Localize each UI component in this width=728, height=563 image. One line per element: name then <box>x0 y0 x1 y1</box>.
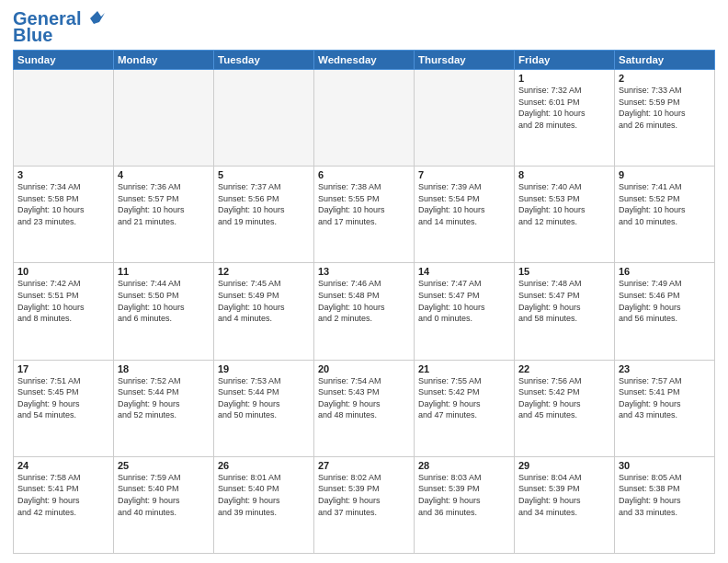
day-info: Sunrise: 8:01 AM Sunset: 5:40 PM Dayligh… <box>218 472 310 518</box>
calendar-cell: 17Sunrise: 7:51 AM Sunset: 5:45 PM Dayli… <box>14 360 114 456</box>
day-info: Sunrise: 7:41 AM Sunset: 5:52 PM Dayligh… <box>619 181 711 227</box>
calendar-week-2: 3Sunrise: 7:34 AM Sunset: 5:58 PM Daylig… <box>14 167 715 263</box>
calendar-week-3: 10Sunrise: 7:42 AM Sunset: 5:51 PM Dayli… <box>14 263 715 360</box>
day-header-friday: Friday <box>515 51 615 70</box>
day-number: 29 <box>518 460 610 471</box>
day-info: Sunrise: 7:38 AM Sunset: 5:55 PM Dayligh… <box>318 181 410 227</box>
day-number: 17 <box>17 363 109 374</box>
day-number: 5 <box>218 169 310 180</box>
day-number: 8 <box>518 169 610 180</box>
calendar-cell: 25Sunrise: 7:59 AM Sunset: 5:40 PM Dayli… <box>114 456 214 553</box>
day-info: Sunrise: 7:44 AM Sunset: 5:50 PM Dayligh… <box>118 278 210 324</box>
day-info: Sunrise: 7:34 AM Sunset: 5:58 PM Dayligh… <box>17 181 109 227</box>
day-header-monday: Monday <box>114 51 214 70</box>
day-number: 1 <box>518 73 610 84</box>
calendar-table: SundayMondayTuesdayWednesdayThursdayFrid… <box>13 50 715 554</box>
logo: General Blue <box>13 9 105 44</box>
day-number: 10 <box>17 266 109 277</box>
svg-marker-0 <box>90 11 105 24</box>
day-info: Sunrise: 7:55 AM Sunset: 5:42 PM Dayligh… <box>418 375 510 421</box>
logo-bird-icon <box>85 9 105 26</box>
day-info: Sunrise: 7:52 AM Sunset: 5:44 PM Dayligh… <box>118 375 210 421</box>
calendar-cell: 24Sunrise: 7:58 AM Sunset: 5:41 PM Dayli… <box>14 456 114 553</box>
day-number: 15 <box>518 266 610 277</box>
day-header-thursday: Thursday <box>415 51 515 70</box>
calendar-cell: 10Sunrise: 7:42 AM Sunset: 5:51 PM Dayli… <box>14 263 114 360</box>
calendar-cell <box>214 70 314 167</box>
day-info: Sunrise: 7:53 AM Sunset: 5:44 PM Dayligh… <box>218 375 310 421</box>
day-number: 22 <box>518 363 610 374</box>
day-number: 24 <box>17 460 109 471</box>
day-header-saturday: Saturday <box>615 51 715 70</box>
day-info: Sunrise: 7:33 AM Sunset: 5:59 PM Dayligh… <box>619 85 711 131</box>
day-info: Sunrise: 8:04 AM Sunset: 5:39 PM Dayligh… <box>518 472 610 518</box>
day-info: Sunrise: 7:37 AM Sunset: 5:56 PM Dayligh… <box>218 181 310 227</box>
calendar-cell: 5Sunrise: 7:37 AM Sunset: 5:56 PM Daylig… <box>214 167 314 263</box>
page: General Blue SundayMondayTuesdayWednesda… <box>0 0 728 563</box>
calendar-cell: 30Sunrise: 8:05 AM Sunset: 5:38 PM Dayli… <box>615 456 715 553</box>
day-info: Sunrise: 8:03 AM Sunset: 5:39 PM Dayligh… <box>418 472 510 518</box>
day-info: Sunrise: 8:05 AM Sunset: 5:38 PM Dayligh… <box>619 472 711 518</box>
calendar-week-1: 1Sunrise: 7:32 AM Sunset: 6:01 PM Daylig… <box>14 70 715 167</box>
calendar-cell: 7Sunrise: 7:39 AM Sunset: 5:54 PM Daylig… <box>415 167 515 263</box>
calendar-cell: 14Sunrise: 7:47 AM Sunset: 5:47 PM Dayli… <box>415 263 515 360</box>
day-header-sunday: Sunday <box>14 51 114 70</box>
day-info: Sunrise: 7:57 AM Sunset: 5:41 PM Dayligh… <box>619 375 711 421</box>
day-info: Sunrise: 7:40 AM Sunset: 5:53 PM Dayligh… <box>518 181 610 227</box>
calendar-week-5: 24Sunrise: 7:58 AM Sunset: 5:41 PM Dayli… <box>14 456 715 553</box>
day-info: Sunrise: 7:46 AM Sunset: 5:48 PM Dayligh… <box>318 278 410 324</box>
day-number: 12 <box>218 266 310 277</box>
day-info: Sunrise: 7:51 AM Sunset: 5:45 PM Dayligh… <box>17 375 109 421</box>
day-number: 19 <box>218 363 310 374</box>
calendar-cell <box>415 70 515 167</box>
day-info: Sunrise: 7:54 AM Sunset: 5:43 PM Dayligh… <box>318 375 410 421</box>
calendar-cell: 27Sunrise: 8:02 AM Sunset: 5:39 PM Dayli… <box>314 456 415 553</box>
day-info: Sunrise: 7:58 AM Sunset: 5:41 PM Dayligh… <box>17 472 109 518</box>
calendar-cell: 3Sunrise: 7:34 AM Sunset: 5:58 PM Daylig… <box>14 167 114 263</box>
day-header-tuesday: Tuesday <box>214 51 314 70</box>
calendar-cell: 23Sunrise: 7:57 AM Sunset: 5:41 PM Dayli… <box>615 360 715 456</box>
calendar-cell: 6Sunrise: 7:38 AM Sunset: 5:55 PM Daylig… <box>314 167 415 263</box>
day-number: 28 <box>418 460 510 471</box>
day-info: Sunrise: 7:48 AM Sunset: 5:47 PM Dayligh… <box>518 278 610 324</box>
day-number: 7 <box>418 169 510 180</box>
day-info: Sunrise: 8:02 AM Sunset: 5:39 PM Dayligh… <box>318 472 410 518</box>
day-number: 23 <box>619 363 711 374</box>
header: General Blue <box>13 9 715 44</box>
calendar-cell: 8Sunrise: 7:40 AM Sunset: 5:53 PM Daylig… <box>515 167 615 263</box>
day-number: 6 <box>318 169 410 180</box>
calendar-week-4: 17Sunrise: 7:51 AM Sunset: 5:45 PM Dayli… <box>14 360 715 456</box>
logo-blue-text: Blue <box>13 26 52 44</box>
day-info: Sunrise: 7:32 AM Sunset: 6:01 PM Dayligh… <box>518 85 610 131</box>
day-number: 2 <box>619 73 711 84</box>
day-header-wednesday: Wednesday <box>314 51 415 70</box>
day-info: Sunrise: 7:49 AM Sunset: 5:46 PM Dayligh… <box>619 278 711 324</box>
calendar-cell: 19Sunrise: 7:53 AM Sunset: 5:44 PM Dayli… <box>214 360 314 456</box>
calendar-cell: 16Sunrise: 7:49 AM Sunset: 5:46 PM Dayli… <box>615 263 715 360</box>
calendar-cell: 15Sunrise: 7:48 AM Sunset: 5:47 PM Dayli… <box>515 263 615 360</box>
day-number: 30 <box>619 460 711 471</box>
calendar-cell: 12Sunrise: 7:45 AM Sunset: 5:49 PM Dayli… <box>214 263 314 360</box>
calendar-cell: 2Sunrise: 7:33 AM Sunset: 5:59 PM Daylig… <box>615 70 715 167</box>
day-number: 3 <box>17 169 109 180</box>
day-info: Sunrise: 7:45 AM Sunset: 5:49 PM Dayligh… <box>218 278 310 324</box>
calendar-cell: 11Sunrise: 7:44 AM Sunset: 5:50 PM Dayli… <box>114 263 214 360</box>
day-number: 14 <box>418 266 510 277</box>
calendar-cell: 18Sunrise: 7:52 AM Sunset: 5:44 PM Dayli… <box>114 360 214 456</box>
calendar-header-row: SundayMondayTuesdayWednesdayThursdayFrid… <box>14 51 715 70</box>
day-number: 18 <box>118 363 210 374</box>
calendar-cell <box>14 70 114 167</box>
day-info: Sunrise: 7:39 AM Sunset: 5:54 PM Dayligh… <box>418 181 510 227</box>
day-info: Sunrise: 7:56 AM Sunset: 5:42 PM Dayligh… <box>518 375 610 421</box>
day-number: 4 <box>118 169 210 180</box>
day-number: 25 <box>118 460 210 471</box>
calendar-cell: 29Sunrise: 8:04 AM Sunset: 5:39 PM Dayli… <box>515 456 615 553</box>
calendar-cell: 13Sunrise: 7:46 AM Sunset: 5:48 PM Dayli… <box>314 263 415 360</box>
calendar-cell: 1Sunrise: 7:32 AM Sunset: 6:01 PM Daylig… <box>515 70 615 167</box>
calendar-cell: 21Sunrise: 7:55 AM Sunset: 5:42 PM Dayli… <box>415 360 515 456</box>
calendar-cell: 22Sunrise: 7:56 AM Sunset: 5:42 PM Dayli… <box>515 360 615 456</box>
calendar-cell: 9Sunrise: 7:41 AM Sunset: 5:52 PM Daylig… <box>615 167 715 263</box>
day-number: 21 <box>418 363 510 374</box>
day-number: 9 <box>619 169 711 180</box>
calendar-cell: 4Sunrise: 7:36 AM Sunset: 5:57 PM Daylig… <box>114 167 214 263</box>
